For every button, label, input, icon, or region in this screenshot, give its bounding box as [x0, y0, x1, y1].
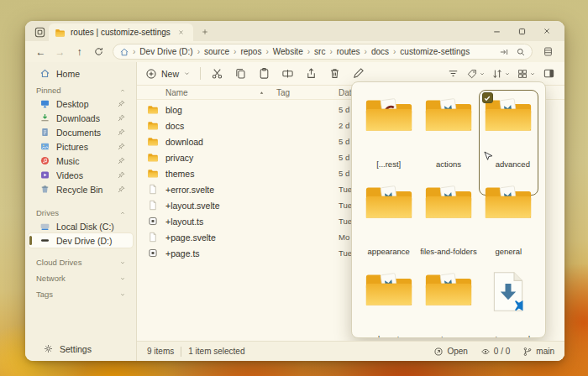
back-button[interactable]: ← — [32, 44, 50, 60]
filter-button[interactable] — [446, 66, 460, 81]
minimize-button[interactable] — [484, 22, 509, 40]
sidebar-item-videos[interactable]: Videos — [29, 168, 133, 182]
toolbar-divider — [200, 67, 201, 80]
folder-tile-advanced[interactable]: advanced — [479, 89, 538, 176]
breadcrumb-segment[interactable]: Dev Drive (D:) — [139, 47, 193, 56]
section-pinned[interactable]: Pinned — [25, 84, 136, 97]
chevron-up-icon — [119, 87, 126, 94]
sidebar-item-label: Pictures — [56, 142, 112, 152]
forward-button[interactable]: → — [51, 44, 69, 60]
sidebar-item-dev-drive[interactable]: Dev Drive (D:) — [29, 233, 133, 248]
section-network[interactable]: Network — [25, 272, 136, 285]
folder-tile-general[interactable]: general — [479, 176, 538, 264]
tile-label: [...rest] — [359, 159, 418, 169]
tag-view-button[interactable] — [466, 68, 486, 80]
videos-icon — [39, 170, 50, 180]
maximize-icon — [517, 26, 528, 37]
file-name: +layout.ts — [165, 217, 276, 227]
branch-button[interactable]: main — [522, 347, 554, 357]
section-cloud-drives[interactable]: Cloud Drives — [25, 256, 136, 269]
chevron-down-icon — [529, 70, 536, 77]
folder-tile-layout[interactable]: layout — [359, 264, 418, 338]
chevron-up-icon — [119, 210, 126, 217]
breadcrumb-segment[interactable]: routes — [336, 47, 361, 56]
breadcrumb-segment[interactable]: source — [203, 47, 230, 56]
git-status[interactable]: 0 / 0 — [480, 347, 510, 357]
window-controls — [484, 21, 559, 41]
paste-button[interactable] — [257, 66, 271, 81]
grid-view-icon — [517, 68, 528, 80]
up-button[interactable]: ↑ — [71, 44, 88, 60]
folder-icon — [147, 136, 159, 147]
folder-icon — [147, 168, 159, 179]
sidebar-item-pictures[interactable]: Pictures — [29, 139, 133, 154]
column-header-name[interactable]: Name — [165, 88, 276, 97]
folder-icon — [424, 270, 473, 310]
selected-checkbox[interactable] — [482, 92, 493, 103]
breadcrumb-separator: › — [197, 47, 201, 56]
file-name: +layout.svelte — [165, 201, 276, 211]
chevron-down-icon — [504, 70, 511, 77]
delete-button[interactable] — [328, 66, 342, 81]
check-icon — [483, 94, 491, 102]
copy-icon — [234, 67, 247, 80]
sidebar-item-recycle-bin[interactable]: Recycle Bin — [29, 182, 133, 196]
new-button[interactable]: New — [145, 68, 191, 80]
sidebar-item-music[interactable]: Music — [29, 154, 133, 168]
sidebar-item-documents[interactable]: Documents — [29, 125, 133, 139]
eye-icon — [480, 347, 491, 357]
filter-icon — [447, 67, 459, 80]
breadcrumb-segment[interactable]: repos — [239, 47, 262, 56]
section-drives[interactable]: Drives — [25, 206, 136, 219]
folder-tile-files-and-folders[interactable]: files-and-folders — [418, 176, 478, 264]
close-button[interactable] — [534, 22, 559, 40]
rename-button[interactable] — [281, 66, 295, 81]
breadcrumb-segment[interactable]: src — [313, 47, 326, 56]
file-icon — [147, 184, 159, 195]
sort-button[interactable] — [491, 68, 511, 80]
tab-active[interactable]: routes | customize-settings — [49, 24, 193, 41]
details-pane-button[interactable] — [542, 66, 556, 81]
archive-button[interactable] — [539, 44, 556, 60]
app-icon[interactable] — [30, 24, 49, 40]
refresh-button[interactable] — [90, 44, 108, 60]
tab-title: routes | customize-settings — [71, 28, 171, 37]
search-icon[interactable] — [516, 47, 526, 57]
breadcrumb-separator: › — [392, 47, 396, 56]
pencil-icon — [352, 67, 365, 80]
go-to-icon[interactable] — [499, 47, 509, 57]
folder-icon — [484, 183, 533, 222]
folder-tile-rest[interactable]: [...rest] — [359, 89, 418, 176]
cut-button[interactable] — [210, 66, 224, 81]
sidebar-item-downloads[interactable]: Downloads — [29, 111, 133, 125]
copy-button[interactable] — [234, 66, 248, 81]
downloads-icon — [39, 112, 50, 123]
sidebar-item-home[interactable]: Home — [29, 66, 133, 81]
share-button[interactable] — [304, 66, 318, 81]
edit-button[interactable] — [351, 66, 365, 81]
sidebar-item-desktop[interactable]: Desktop — [29, 97, 133, 111]
chevron-down-icon — [119, 275, 126, 282]
folder-tile-actions[interactable]: actions — [418, 89, 478, 176]
folder-tile-appearance[interactable]: appearance — [359, 176, 418, 264]
open-button[interactable]: Open — [433, 347, 467, 357]
folder-icon — [365, 270, 413, 310]
sidebar-item-local-disk[interactable]: Local Disk (C:) — [29, 219, 133, 233]
folder-tile-tags[interactable]: tags — [418, 264, 478, 338]
minimize-icon — [491, 26, 502, 37]
file-icon — [147, 200, 159, 211]
file-tile-category-md[interactable]: category.md — [479, 264, 538, 338]
breadcrumb-segment[interactable]: docs — [370, 47, 390, 56]
breadcrumb-segment[interactable]: customize-settings — [399, 47, 470, 56]
gear-icon — [43, 343, 54, 354]
column-header-tag[interactable]: Tag — [276, 88, 339, 97]
section-tags[interactable]: Tags — [25, 288, 136, 300]
address-bar[interactable]: › Dev Drive (D:) › source › repos › Webs… — [113, 44, 533, 60]
maximize-button[interactable] — [509, 22, 534, 40]
new-tab-button[interactable] — [197, 24, 213, 40]
view-button[interactable] — [517, 68, 536, 80]
section-label: Cloud Drives — [36, 258, 81, 267]
settings-button[interactable]: Settings — [32, 342, 129, 356]
breadcrumb-segment[interactable]: Website — [272, 47, 304, 56]
tab-close-button[interactable] — [176, 27, 187, 39]
